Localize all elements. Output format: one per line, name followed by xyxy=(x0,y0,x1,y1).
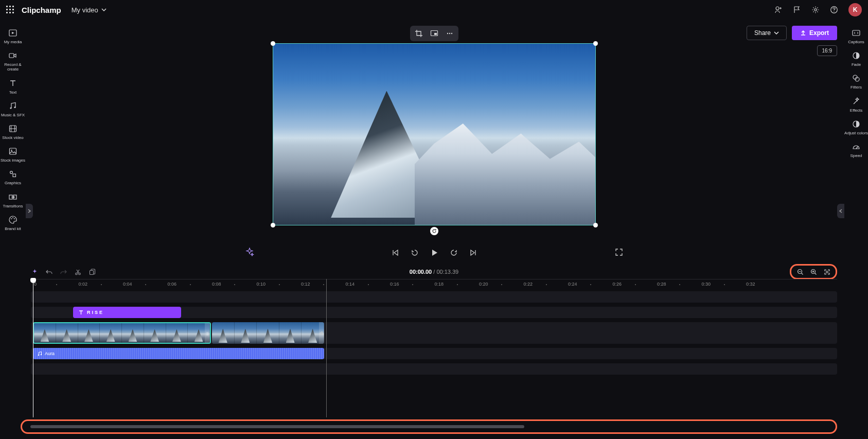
upload-icon xyxy=(800,30,806,36)
timeline-scrollbar-highlight xyxy=(21,419,837,434)
collapse-right-panel[interactable] xyxy=(837,204,844,218)
track-text[interactable]: RISE xyxy=(31,307,837,318)
flag-icon[interactable] xyxy=(793,6,801,14)
fade-icon xyxy=(852,51,861,60)
sidebar-item-text[interactable]: Text xyxy=(0,76,26,99)
ruler-subtick xyxy=(234,284,235,285)
ruler-subtick xyxy=(546,284,547,285)
rotate-handle[interactable] xyxy=(430,227,438,235)
play-button[interactable] xyxy=(430,248,439,257)
timeline-scrollbar[interactable] xyxy=(30,425,524,428)
sidebar-item-record[interactable]: Record & create xyxy=(0,48,26,76)
video-preview xyxy=(273,44,595,225)
skip-end-button[interactable] xyxy=(469,248,478,257)
captions-icon xyxy=(852,28,861,38)
avatar[interactable]: K xyxy=(848,3,862,16)
ruler-subtick xyxy=(279,284,280,285)
ruler-subtick xyxy=(101,284,102,285)
svg-point-14 xyxy=(12,217,13,218)
zoom-in-button[interactable] xyxy=(810,268,817,275)
top-bar: Clipchamp My video K xyxy=(0,0,868,20)
gear-icon[interactable] xyxy=(811,6,820,14)
timecode: 00:00.00 / 00:13.39 xyxy=(410,269,458,275)
ai-suggestions-button[interactable] xyxy=(245,247,254,256)
zoom-controls-highlight xyxy=(790,264,837,279)
step-back-button[interactable] xyxy=(410,248,419,257)
zoom-fit-button[interactable] xyxy=(823,268,830,275)
svg-point-0 xyxy=(814,9,817,11)
skip-start-button[interactable] xyxy=(391,248,400,257)
music-icon xyxy=(8,101,17,111)
playhead[interactable] xyxy=(33,279,33,417)
svg-point-26 xyxy=(75,273,77,275)
sidebar-item-my-media[interactable]: My media xyxy=(0,26,26,48)
svg-point-23 xyxy=(447,33,448,34)
sidebar-item-stock-images[interactable]: Stock images xyxy=(0,144,26,167)
chevron-down-icon xyxy=(101,7,107,12)
video-clip-2[interactable]: || xyxy=(212,322,324,344)
timeline[interactable]: 00:020:040:060:080:100:120:140:160:180:2… xyxy=(31,279,837,417)
sidebar-item-music[interactable]: Music & SFX xyxy=(0,99,26,121)
undo-button[interactable] xyxy=(45,268,52,275)
resize-handle-bl[interactable] xyxy=(271,223,275,227)
duplicate-button[interactable] xyxy=(88,268,96,275)
resize-handle-br[interactable] xyxy=(593,223,598,227)
ruler-subtick xyxy=(190,284,191,285)
aspect-ratio-button[interactable]: 16:9 xyxy=(817,45,837,56)
help-icon[interactable] xyxy=(830,6,838,14)
ruler-tick: 0:28 xyxy=(657,282,666,287)
track-audio[interactable]: Aura xyxy=(31,348,837,359)
sidebar-item-effects[interactable]: Effects xyxy=(844,94,868,117)
more-button[interactable] xyxy=(445,29,454,38)
ruler-tick: 0:10 xyxy=(257,282,266,287)
sidebar-item-graphics[interactable]: Graphics xyxy=(0,167,26,189)
timeline-ruler[interactable]: 00:020:040:060:080:100:120:140:160:180:2… xyxy=(31,279,837,290)
audio-clip[interactable]: Aura xyxy=(33,348,324,359)
sidebar-item-captions[interactable]: Captions xyxy=(844,26,868,48)
sidebar-item-speed[interactable]: Speed xyxy=(844,139,868,162)
ruler-subtick xyxy=(457,284,458,285)
preview-canvas[interactable] xyxy=(273,43,596,225)
zoom-out-button[interactable] xyxy=(796,268,804,275)
resize-handle-tr[interactable] xyxy=(593,41,598,46)
app-launcher-icon[interactable] xyxy=(6,6,14,14)
fullscreen-button[interactable] xyxy=(615,248,623,256)
resize-handle-tl[interactable] xyxy=(271,41,275,46)
split-button[interactable] xyxy=(74,268,81,275)
video-clip-1[interactable]: || || xyxy=(33,322,211,344)
ruler-tick: 0:02 xyxy=(79,282,88,287)
share-button[interactable]: Share xyxy=(747,26,787,40)
sidebar-item-brand-kit[interactable]: Brand kit xyxy=(0,213,26,235)
ruler-tick: 0:20 xyxy=(479,282,488,287)
clip-trim-right[interactable] xyxy=(319,322,324,344)
track-empty-2[interactable] xyxy=(31,363,837,375)
pip-button[interactable] xyxy=(430,29,439,38)
sidebar-item-transitions[interactable]: Transitions xyxy=(0,190,26,213)
track-empty-1[interactable] xyxy=(31,291,837,303)
crop-button[interactable] xyxy=(414,29,423,38)
upgrade-icon[interactable] xyxy=(774,6,783,14)
step-forward-button[interactable] xyxy=(449,248,458,257)
project-name-dropdown[interactable]: My video xyxy=(72,6,107,14)
ruler-subtick xyxy=(635,284,636,285)
speed-icon xyxy=(852,142,861,151)
export-button[interactable]: Export xyxy=(792,26,837,40)
svg-rect-28 xyxy=(90,270,93,274)
sidebar-item-filters[interactable]: Filters xyxy=(844,71,868,94)
brand-name: Clipchamp xyxy=(22,6,61,14)
sidebar-item-adjust-colors[interactable]: Adjust colors xyxy=(844,117,868,139)
text-clip[interactable]: RISE xyxy=(73,307,181,318)
filters-icon xyxy=(852,74,861,83)
sidebar-item-fade[interactable]: Fade xyxy=(844,48,868,71)
ruler-tick: 0:32 xyxy=(746,282,755,287)
clip-trim-right[interactable]: || xyxy=(205,323,210,343)
track-video[interactable]: || || || xyxy=(31,322,837,344)
svg-point-8 xyxy=(11,150,12,151)
text-icon xyxy=(8,79,17,88)
ruler-subtick xyxy=(590,284,591,285)
sidebar-item-stock-video[interactable]: Stock video xyxy=(0,121,26,144)
redo-button[interactable] xyxy=(60,268,67,275)
svg-rect-10 xyxy=(13,174,16,177)
ai-sparkle-button[interactable] xyxy=(31,268,38,275)
chevron-left-icon xyxy=(839,209,843,213)
